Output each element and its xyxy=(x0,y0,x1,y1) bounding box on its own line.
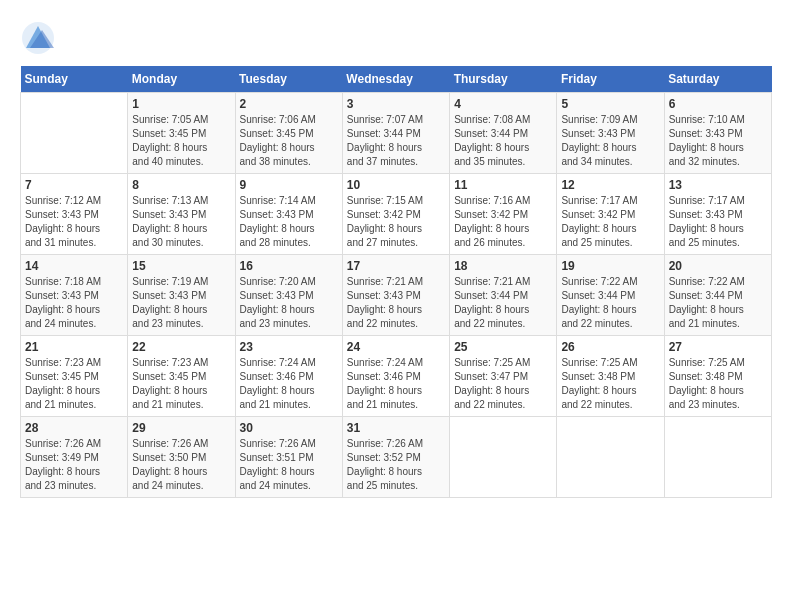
sunset: Sunset: 3:45 PM xyxy=(132,370,230,384)
day-info: Sunrise: 7:17 AMSunset: 3:43 PMDaylight:… xyxy=(669,194,767,250)
day-number: 30 xyxy=(240,421,338,435)
daylight-line1: Daylight: 8 hours xyxy=(561,141,659,155)
sunset: Sunset: 3:43 PM xyxy=(25,208,123,222)
day-cell xyxy=(557,417,664,498)
day-number: 16 xyxy=(240,259,338,273)
day-cell: 26Sunrise: 7:25 AMSunset: 3:48 PMDayligh… xyxy=(557,336,664,417)
daylight-line1: Daylight: 8 hours xyxy=(25,303,123,317)
day-info: Sunrise: 7:22 AMSunset: 3:44 PMDaylight:… xyxy=(669,275,767,331)
daylight-line2: and 24 minutes. xyxy=(25,317,123,331)
sunset: Sunset: 3:44 PM xyxy=(454,127,552,141)
day-info: Sunrise: 7:20 AMSunset: 3:43 PMDaylight:… xyxy=(240,275,338,331)
day-cell: 24Sunrise: 7:24 AMSunset: 3:46 PMDayligh… xyxy=(342,336,449,417)
day-number: 1 xyxy=(132,97,230,111)
daylight-line1: Daylight: 8 hours xyxy=(25,465,123,479)
sunset: Sunset: 3:43 PM xyxy=(132,289,230,303)
day-info: Sunrise: 7:21 AMSunset: 3:43 PMDaylight:… xyxy=(347,275,445,331)
sunset: Sunset: 3:43 PM xyxy=(132,208,230,222)
daylight-line2: and 26 minutes. xyxy=(454,236,552,250)
logo xyxy=(20,20,60,56)
sunset: Sunset: 3:45 PM xyxy=(25,370,123,384)
day-cell: 25Sunrise: 7:25 AMSunset: 3:47 PMDayligh… xyxy=(450,336,557,417)
daylight-line1: Daylight: 8 hours xyxy=(347,141,445,155)
day-info: Sunrise: 7:15 AMSunset: 3:42 PMDaylight:… xyxy=(347,194,445,250)
sunset: Sunset: 3:43 PM xyxy=(347,289,445,303)
daylight-line1: Daylight: 8 hours xyxy=(347,465,445,479)
daylight-line1: Daylight: 8 hours xyxy=(132,141,230,155)
day-cell: 29Sunrise: 7:26 AMSunset: 3:50 PMDayligh… xyxy=(128,417,235,498)
daylight-line2: and 34 minutes. xyxy=(561,155,659,169)
day-info: Sunrise: 7:24 AMSunset: 3:46 PMDaylight:… xyxy=(347,356,445,412)
daylight-line1: Daylight: 8 hours xyxy=(669,303,767,317)
daylight-line2: and 21 minutes. xyxy=(132,398,230,412)
day-cell: 31Sunrise: 7:26 AMSunset: 3:52 PMDayligh… xyxy=(342,417,449,498)
day-cell: 8Sunrise: 7:13 AMSunset: 3:43 PMDaylight… xyxy=(128,174,235,255)
day-number: 29 xyxy=(132,421,230,435)
sunrise: Sunrise: 7:18 AM xyxy=(25,275,123,289)
day-number: 22 xyxy=(132,340,230,354)
daylight-line2: and 31 minutes. xyxy=(25,236,123,250)
sunset: Sunset: 3:52 PM xyxy=(347,451,445,465)
sunset: Sunset: 3:43 PM xyxy=(561,127,659,141)
day-info: Sunrise: 7:09 AMSunset: 3:43 PMDaylight:… xyxy=(561,113,659,169)
sunrise: Sunrise: 7:12 AM xyxy=(25,194,123,208)
daylight-line1: Daylight: 8 hours xyxy=(240,303,338,317)
daylight-line1: Daylight: 8 hours xyxy=(240,222,338,236)
day-cell xyxy=(664,417,771,498)
sunrise: Sunrise: 7:19 AM xyxy=(132,275,230,289)
daylight-line2: and 38 minutes. xyxy=(240,155,338,169)
day-info: Sunrise: 7:17 AMSunset: 3:42 PMDaylight:… xyxy=(561,194,659,250)
sunrise: Sunrise: 7:26 AM xyxy=(132,437,230,451)
day-cell: 11Sunrise: 7:16 AMSunset: 3:42 PMDayligh… xyxy=(450,174,557,255)
daylight-line1: Daylight: 8 hours xyxy=(669,222,767,236)
daylight-line1: Daylight: 8 hours xyxy=(132,222,230,236)
logo-icon xyxy=(20,20,56,56)
sunrise: Sunrise: 7:25 AM xyxy=(454,356,552,370)
daylight-line2: and 22 minutes. xyxy=(454,398,552,412)
day-number: 18 xyxy=(454,259,552,273)
daylight-line2: and 40 minutes. xyxy=(132,155,230,169)
day-info: Sunrise: 7:10 AMSunset: 3:43 PMDaylight:… xyxy=(669,113,767,169)
daylight-line2: and 22 minutes. xyxy=(561,398,659,412)
sunrise: Sunrise: 7:14 AM xyxy=(240,194,338,208)
sunrise: Sunrise: 7:07 AM xyxy=(347,113,445,127)
day-info: Sunrise: 7:22 AMSunset: 3:44 PMDaylight:… xyxy=(561,275,659,331)
sunrise: Sunrise: 7:26 AM xyxy=(347,437,445,451)
sunrise: Sunrise: 7:09 AM xyxy=(561,113,659,127)
sunset: Sunset: 3:43 PM xyxy=(25,289,123,303)
day-cell: 6Sunrise: 7:10 AMSunset: 3:43 PMDaylight… xyxy=(664,93,771,174)
day-cell: 18Sunrise: 7:21 AMSunset: 3:44 PMDayligh… xyxy=(450,255,557,336)
sunrise: Sunrise: 7:22 AM xyxy=(561,275,659,289)
daylight-line2: and 32 minutes. xyxy=(669,155,767,169)
day-cell: 3Sunrise: 7:07 AMSunset: 3:44 PMDaylight… xyxy=(342,93,449,174)
day-info: Sunrise: 7:26 AMSunset: 3:52 PMDaylight:… xyxy=(347,437,445,493)
day-cell: 27Sunrise: 7:25 AMSunset: 3:48 PMDayligh… xyxy=(664,336,771,417)
day-number: 21 xyxy=(25,340,123,354)
day-header-sunday: Sunday xyxy=(21,66,128,93)
sunrise: Sunrise: 7:23 AM xyxy=(25,356,123,370)
sunrise: Sunrise: 7:26 AM xyxy=(25,437,123,451)
week-row-3: 14Sunrise: 7:18 AMSunset: 3:43 PMDayligh… xyxy=(21,255,772,336)
daylight-line1: Daylight: 8 hours xyxy=(454,141,552,155)
day-number: 7 xyxy=(25,178,123,192)
day-cell: 5Sunrise: 7:09 AMSunset: 3:43 PMDaylight… xyxy=(557,93,664,174)
week-row-5: 28Sunrise: 7:26 AMSunset: 3:49 PMDayligh… xyxy=(21,417,772,498)
sunrise: Sunrise: 7:21 AM xyxy=(347,275,445,289)
week-row-1: 1Sunrise: 7:05 AMSunset: 3:45 PMDaylight… xyxy=(21,93,772,174)
day-number: 19 xyxy=(561,259,659,273)
daylight-line2: and 23 minutes. xyxy=(240,317,338,331)
day-info: Sunrise: 7:23 AMSunset: 3:45 PMDaylight:… xyxy=(25,356,123,412)
daylight-line2: and 35 minutes. xyxy=(454,155,552,169)
day-number: 2 xyxy=(240,97,338,111)
daylight-line1: Daylight: 8 hours xyxy=(347,384,445,398)
daylight-line2: and 28 minutes. xyxy=(240,236,338,250)
day-info: Sunrise: 7:26 AMSunset: 3:49 PMDaylight:… xyxy=(25,437,123,493)
sunrise: Sunrise: 7:16 AM xyxy=(454,194,552,208)
sunrise: Sunrise: 7:24 AM xyxy=(347,356,445,370)
sunset: Sunset: 3:44 PM xyxy=(561,289,659,303)
day-header-wednesday: Wednesday xyxy=(342,66,449,93)
sunset: Sunset: 3:43 PM xyxy=(669,208,767,222)
sunrise: Sunrise: 7:08 AM xyxy=(454,113,552,127)
day-number: 20 xyxy=(669,259,767,273)
daylight-line2: and 24 minutes. xyxy=(240,479,338,493)
